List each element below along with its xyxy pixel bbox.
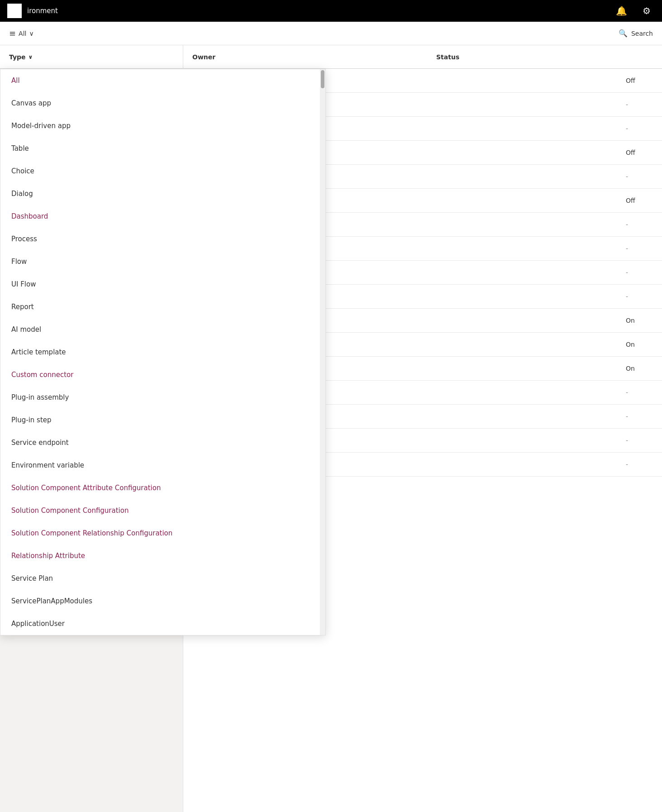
right-column-header: Owner Status xyxy=(183,45,662,69)
row-status: Off xyxy=(626,77,653,84)
dropdown-list-item[interactable]: Canvas app xyxy=(0,92,325,115)
gear-button[interactable]: ⚙ xyxy=(638,3,655,19)
environment-title: ironment xyxy=(27,7,58,15)
filter-lines-icon: ≡ xyxy=(9,29,16,38)
dropdown-list-item[interactable]: All xyxy=(0,69,325,92)
dropdown-list-item[interactable]: ApplicationUser xyxy=(0,612,325,635)
row-status: - xyxy=(626,437,653,444)
filter-bar: ≡ All ∨ 🔍 Search xyxy=(0,22,662,45)
row-status: - xyxy=(626,125,653,132)
search-icon: 🔍 xyxy=(619,29,628,38)
type-chevron-icon: ∨ xyxy=(29,54,33,60)
row-status: Off xyxy=(626,197,653,204)
search-label: Search xyxy=(631,30,653,37)
dropdown-list-item[interactable]: Table xyxy=(0,137,325,160)
filter-all-container[interactable]: ≡ All ∨ xyxy=(9,29,34,38)
row-status: On xyxy=(626,317,653,324)
dropdown-list-item[interactable]: Process xyxy=(0,228,325,250)
dropdown-list-item[interactable]: Service endpoint xyxy=(0,431,325,454)
row-status: Off xyxy=(626,149,653,156)
dropdown-list-item[interactable]: Plug-in assembly xyxy=(0,386,325,409)
row-status: - xyxy=(626,221,653,228)
scrollbar-thumb[interactable] xyxy=(321,70,324,88)
row-status: - xyxy=(626,461,653,468)
dropdown-list-item[interactable]: Model-driven app xyxy=(0,115,325,137)
dropdown-list-item[interactable]: ServicePlanAppModules xyxy=(0,590,325,612)
dropdown-list-item[interactable]: UI Flow xyxy=(0,273,325,296)
filter-all-label: All xyxy=(19,30,26,37)
dropdown-list-item[interactable]: Report xyxy=(0,296,325,318)
dropdown-list-item[interactable]: Dashboard xyxy=(0,205,325,228)
dropdown-list-item[interactable]: Relationship Attribute xyxy=(0,545,325,567)
row-status: On xyxy=(626,341,653,348)
dropdown-list-item[interactable]: Service Plan xyxy=(0,567,325,590)
dropdown-list-item[interactable]: Dialog xyxy=(0,182,325,205)
dropdown-list-item[interactable]: Choice xyxy=(0,160,325,182)
dropdown-items-container: AllCanvas appModel-driven appTableChoice… xyxy=(0,69,325,635)
row-status: - xyxy=(626,245,653,252)
top-bar-left: ironment xyxy=(7,4,58,18)
dropdown-list-item[interactable]: Solution Component Configuration xyxy=(0,499,325,522)
row-status: On xyxy=(626,365,653,372)
dropdown-list-item[interactable]: Solution Component Attribute Configurati… xyxy=(0,477,325,499)
dropdown-list-item[interactable]: Solution Component Relationship Configur… xyxy=(0,522,325,545)
row-status: - xyxy=(626,101,653,108)
row-status: - xyxy=(626,389,653,396)
dropdown-list-item[interactable]: AI model xyxy=(0,318,325,341)
top-bar-right: 🔔 ⚙ xyxy=(613,3,655,19)
dropdown-list-item[interactable]: Custom connector xyxy=(0,363,325,386)
chevron-down-icon: ∨ xyxy=(29,30,33,37)
type-header-text: Type ∨ xyxy=(9,53,33,61)
top-navigation-bar: ironment 🔔 ⚙ xyxy=(0,0,662,22)
bell-button[interactable]: 🔔 xyxy=(613,3,629,19)
row-status: - xyxy=(626,293,653,300)
dropdown-list-item[interactable]: Plug-in step xyxy=(0,409,325,431)
main-content: Type ∨ Solution Component RelationshipAp… xyxy=(0,45,662,812)
app-logo xyxy=(7,4,22,18)
dropdown-list-item[interactable]: Article template xyxy=(0,341,325,363)
dropdown-scrollbar[interactable] xyxy=(320,69,325,635)
dropdown-list-item[interactable]: Flow xyxy=(0,250,325,273)
row-status: - xyxy=(626,413,653,420)
row-status: - xyxy=(626,173,653,180)
owner-header: Owner xyxy=(192,53,409,61)
dropdown-list-item[interactable]: Environment variable xyxy=(0,454,325,477)
type-column-header: Type ∨ xyxy=(0,45,183,69)
type-dropdown: AllCanvas appModel-driven appTableChoice… xyxy=(0,69,326,635)
status-header: Status xyxy=(436,53,653,61)
row-status: - xyxy=(626,269,653,276)
search-container[interactable]: 🔍 Search xyxy=(619,29,653,38)
